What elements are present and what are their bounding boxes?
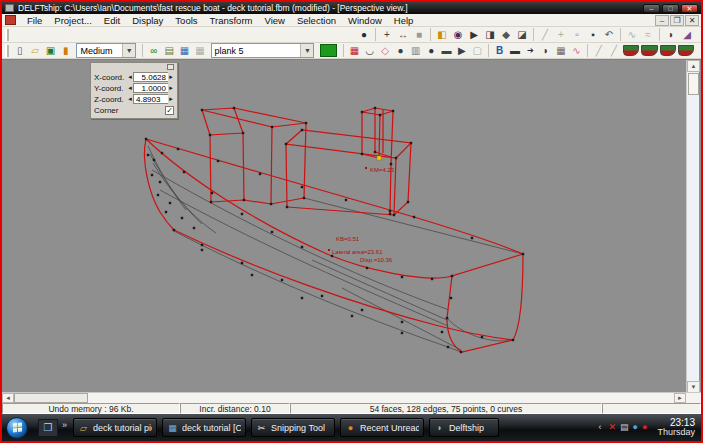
cylinder-icon[interactable]: ▬	[439, 44, 454, 58]
plane-icon[interactable]: ▢	[470, 44, 485, 58]
scroll-left-icon[interactable]: ◄	[2, 393, 14, 403]
menu-transform[interactable]: Transform	[204, 14, 259, 27]
line-tool-icon[interactable]: ╱	[537, 28, 553, 42]
coordinate-panel[interactable]: X-coord. ◂ 5.0628 ▸ Y-coord. ◂ 1.0000 ▸ …	[90, 62, 178, 119]
control-points[interactable]	[145, 107, 524, 353]
resistance-boat-icon[interactable]	[660, 45, 676, 56]
dropdown-arrow-icon[interactable]: ▼	[300, 44, 313, 57]
menu-display[interactable]: Display	[126, 14, 169, 27]
move-icon[interactable]: ▶	[466, 28, 482, 42]
model-canvas[interactable]: KM=4.23 KB=0.51 Lateral area=23.61 Disp.…	[2, 60, 686, 393]
tray-red-app-icon[interactable]: ✕	[609, 422, 617, 432]
add-point-icon[interactable]: +	[553, 28, 569, 42]
x-coord-field[interactable]: 5.0628	[133, 72, 168, 82]
panel-pin-button[interactable]	[167, 64, 174, 70]
zoom-box-icon[interactable]: ■	[411, 28, 427, 42]
precision-dropdown[interactable]: Medium ▼	[76, 43, 136, 58]
menu-view[interactable]: View	[258, 14, 290, 27]
kite-icon[interactable]: ◗	[663, 28, 679, 42]
flowline-icon[interactable]: ∿	[569, 44, 584, 58]
blob-icon[interactable]: ◗	[538, 44, 553, 58]
taskbar-button-deck-tutorial-pics[interactable]: ▱ deck tutorial pics	[73, 418, 157, 437]
point-icon[interactable]: ●	[393, 44, 408, 58]
dropdown-arrow-icon[interactable]: ▼	[122, 44, 135, 57]
title-bar[interactable]: DELFTship: C:\Users\Ian\Documents\fast r…	[2, 2, 701, 14]
cone-icon[interactable]: ▶	[454, 44, 469, 58]
x-spin-up-icon[interactable]: ▸	[168, 73, 174, 81]
horizontal-scroll-thumb[interactable]	[14, 393, 88, 403]
layer-dropdown[interactable]: plank 5 ▼	[211, 43, 315, 58]
mdi-minimize-button[interactable]: –	[655, 15, 669, 26]
perspective-viewport[interactable]: KM=4.23 KB=0.51 Lateral area=23.61 Disp.…	[2, 59, 701, 392]
controlnet-icon[interactable]: ▦	[177, 44, 192, 58]
new-file-icon[interactable]: ▯	[12, 44, 27, 58]
grid-icon[interactable]: ▥	[408, 44, 423, 58]
mdi-close-button[interactable]: ✕	[685, 15, 699, 26]
horizontal-scrollbar[interactable]: ◄ ►	[2, 392, 701, 403]
project-icon[interactable]: ◪	[514, 28, 530, 42]
menu-edit[interactable]: Edit	[98, 14, 126, 27]
curve-wave-icon[interactable]: ∿	[624, 28, 640, 42]
tray-network-icon[interactable]: ●	[633, 422, 638, 432]
hydro-line2-icon[interactable]: ╱	[606, 44, 621, 58]
tray-collapse-icon[interactable]: ‹	[599, 422, 602, 432]
stability-boat-icon[interactable]	[641, 45, 657, 56]
toolbar-grip-2[interactable]	[5, 45, 9, 57]
sphere-icon[interactable]: ●	[424, 44, 439, 58]
curve-icon[interactable]: ◡	[362, 44, 377, 58]
corner-checkbox[interactable]: ✓	[165, 106, 174, 115]
menu-tools[interactable]: Tools	[169, 14, 203, 27]
mdi-restore-button[interactable]: ❐	[670, 15, 684, 26]
vertical-scrollbar[interactable]: ▲ ▼	[686, 60, 699, 393]
vertical-scroll-thumb[interactable]	[688, 73, 699, 95]
y-coord-field[interactable]: 1.0000	[133, 83, 168, 93]
maximize-button[interactable]: □	[662, 4, 679, 13]
menu-project[interactable]: Project...	[48, 14, 98, 27]
new-window-icon[interactable]: ▫	[569, 28, 585, 42]
taskbar-button-deck-tutorial-doc[interactable]: ▦ deck tutorial [Comp...	[162, 418, 246, 437]
selected-control-point[interactable]	[377, 156, 381, 160]
layers-icon[interactable]: ▤	[161, 44, 176, 58]
export-icon[interactable]: ▮	[58, 44, 73, 58]
net-grid-icon[interactable]: ▦	[347, 44, 362, 58]
menu-window[interactable]: Window	[342, 14, 388, 27]
hydro-line-icon[interactable]: ╱	[591, 44, 606, 58]
mirror-icon[interactable]: ◨	[482, 28, 498, 42]
undo-icon[interactable]: ↶	[601, 28, 617, 42]
y-spin-up-icon[interactable]: ▸	[168, 84, 174, 92]
menu-file[interactable]: File	[21, 14, 48, 27]
crease-icon[interactable]: ◇	[377, 44, 392, 58]
scale-icon[interactable]: ◧	[434, 28, 450, 42]
scroll-right-icon[interactable]: ►	[674, 393, 686, 403]
tray-gray-app-icon[interactable]: ▤	[620, 422, 629, 432]
align-icon[interactable]: ◆	[498, 28, 514, 42]
pan-icon[interactable]: +	[379, 28, 395, 42]
curve-arrow-icon[interactable]: ≈	[640, 28, 656, 42]
toolbar-grip[interactable]	[5, 29, 9, 41]
save-icon[interactable]: ▣	[43, 44, 58, 58]
swoosh-icon[interactable]: ◢	[679, 28, 695, 42]
report-boat-icon[interactable]	[678, 45, 694, 56]
layer-color-swatch[interactable]	[320, 44, 336, 57]
world-icon[interactable]: ●	[356, 28, 372, 42]
visibility-icon[interactable]: ∞	[146, 44, 161, 58]
taskbar-clock[interactable]: 23:13 Thursday	[657, 417, 695, 438]
quicklaunch-overflow-chevron[interactable]: »	[62, 420, 67, 430]
hydrostatics-boat-icon[interactable]	[623, 45, 639, 56]
tray-red-dot-icon[interactable]: ●	[642, 422, 647, 432]
scroll-up-icon[interactable]: ▲	[687, 60, 700, 72]
close-button[interactable]: ✕	[681, 4, 698, 13]
solid-icon[interactable]: ▬	[507, 44, 522, 58]
deck-grid-icon[interactable]: ▦	[553, 44, 568, 58]
menu-help[interactable]: Help	[388, 14, 420, 27]
measure-icon[interactable]: ↔	[395, 28, 411, 42]
z-coord-field[interactable]: 4.8903	[133, 94, 168, 104]
taskbar-button-recent-unread-topics[interactable]: ● Recent Unread Topi...	[340, 418, 424, 437]
taskbar-button-snipping-tool[interactable]: ✂ Snipping Tool	[251, 418, 335, 437]
minimize-button[interactable]: –	[643, 4, 660, 13]
quick-launch-icon[interactable]: ❐	[38, 419, 58, 437]
z-spin-up-icon[interactable]: ▸	[168, 95, 174, 103]
menu-selection[interactable]: Selection	[291, 14, 342, 27]
start-button[interactable]	[6, 417, 28, 439]
open-folder-icon[interactable]: ▱	[27, 44, 42, 58]
